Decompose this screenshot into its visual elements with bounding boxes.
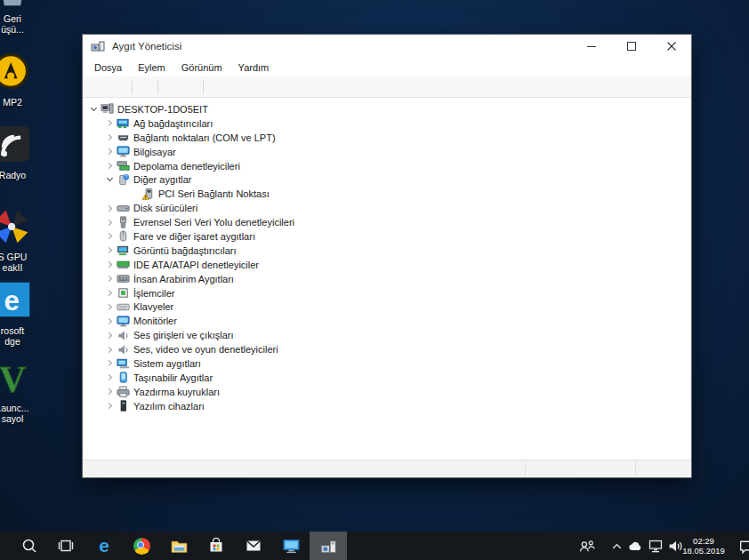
task-view-icon xyxy=(58,537,76,555)
window-content: DESKTOP-1DO5EITAğ bağdaştırıcılarıBağlan… xyxy=(83,99,691,460)
taskbar-chrome-button[interactable] xyxy=(123,532,160,560)
tree-item-yaz-l-m-cihazlar[interactable]: Yazılım cihazları xyxy=(83,399,691,413)
tray-action-center-button[interactable] xyxy=(736,532,749,560)
tree-item-bilgisayar[interactable]: Bilgisayar xyxy=(83,145,691,159)
scan-hardware-button[interactable] xyxy=(206,78,226,96)
chevron-right-icon[interactable] xyxy=(102,220,117,225)
chevron-right-icon[interactable] xyxy=(102,276,117,281)
radio-icon xyxy=(0,124,32,164)
chevron-right-icon[interactable] xyxy=(102,361,117,365)
taskbar-device-manager-button[interactable] xyxy=(310,532,347,560)
tree-item-label: DESKTOP-1DO5EIT xyxy=(117,104,208,115)
pc-monitor-icon xyxy=(282,537,301,556)
folder-icon xyxy=(170,537,189,556)
taskbar-store-button[interactable] xyxy=(197,532,235,560)
chevron-right-icon[interactable] xyxy=(102,319,117,324)
menu-bar: DosyaEylemGörünümYardım xyxy=(83,58,691,76)
tree-item-a-ba-da-t-r-c-lar[interactable]: Ağ bağdaştırıcıları xyxy=(83,116,691,131)
chevron-right-icon[interactable] xyxy=(102,291,117,295)
taskbar-file-explorer-button[interactable] xyxy=(160,532,197,560)
desktop-icon-recycle-bin[interactable]: Geriüşü... xyxy=(0,0,44,35)
desktop-icon-gpu-tweak[interactable]: S GPUeakII xyxy=(0,206,44,273)
maximize-icon xyxy=(627,42,636,51)
tree-item-desktop-1do5eit[interactable]: DESKTOP-1DO5EIT xyxy=(83,102,691,116)
chevron-right-icon[interactable] xyxy=(102,375,117,380)
tree-item-ses-video-ve-oyun-denetleyicileri[interactable]: Ses, video ve oyun denetleyicileri xyxy=(83,342,691,356)
maximize-button[interactable] xyxy=(611,35,651,58)
tray-people-button[interactable] xyxy=(576,532,596,560)
taskbar-clock[interactable]: 02:29 18.05.2019 xyxy=(678,532,729,560)
status-separator xyxy=(635,462,636,476)
desktop-icon-v-launcher[interactable]: VLaunc...sayol xyxy=(0,357,44,424)
minimize-button[interactable] xyxy=(571,35,611,58)
tree-item-i-nsan-arabirim-ayg-tlar[interactable]: İnsan Arabirim Aygıtları xyxy=(83,272,691,286)
taskbar-task-view-button[interactable] xyxy=(48,532,85,560)
tree-item-ses-giri-leri-ve-k-lar[interactable]: Ses girişleri ve çıkışları xyxy=(83,328,691,342)
chevron-right-icon[interactable] xyxy=(102,262,117,267)
chevron-right-icon[interactable] xyxy=(102,389,117,394)
chevron-right-icon[interactable] xyxy=(102,333,117,338)
help-button[interactable]: ? xyxy=(161,78,181,96)
taskbar-search-button[interactable] xyxy=(11,532,48,560)
computer-icon xyxy=(101,102,114,116)
forward-arrow-button[interactable] xyxy=(109,78,129,96)
desktop-icon-microsoft-edge[interactable]: erosoftdge xyxy=(0,280,44,347)
warning-device-icon xyxy=(141,188,155,201)
console-tree-button[interactable] xyxy=(135,78,155,96)
taskbar-mail-button[interactable] xyxy=(235,532,272,560)
chevron-right-icon[interactable] xyxy=(102,149,117,154)
tree-item-ta-nabilir-ayg-tlar[interactable]: Taşınabilir Aygıtlar xyxy=(83,371,691,385)
tray-network-button[interactable] xyxy=(646,532,665,560)
tree-item-label: Yazılım cihazları xyxy=(133,401,205,412)
properties-window-button[interactable] xyxy=(181,78,200,96)
tree-item-ba-lant-noktalar-com-ve-lpt[interactable]: Bağlantı noktaları (COM ve LPT) xyxy=(83,131,691,145)
chevron-right-icon[interactable] xyxy=(102,348,117,352)
chevron-down-icon[interactable] xyxy=(86,108,101,110)
toolbar-separator xyxy=(132,80,133,94)
tree-item-sistem-ayg-tlar[interactable]: Sistem aygıtları xyxy=(83,356,691,371)
close-button[interactable] xyxy=(651,35,691,58)
tree-item-fare-ve-di-er-i-aret-ayg-tlar[interactable]: Fare ve diğer işaret aygıtları xyxy=(83,229,691,244)
tree-item-g-r-nt-ba-da-t-r-c-lar[interactable]: Görüntü bağdaştırıcıları xyxy=(83,244,691,258)
taskbar-edge-button[interactable]: e xyxy=(85,532,123,560)
tree-item-label: Depolama denetleyicileri xyxy=(133,161,240,172)
chevron-right-icon[interactable] xyxy=(102,248,117,252)
chevron-right-icon[interactable] xyxy=(102,404,117,408)
people-icon xyxy=(578,539,595,554)
chevron-right-icon[interactable] xyxy=(102,305,117,309)
tree-item-evrensel-seri-veri-yolu-denetleyicileri[interactable]: Evrensel Seri Veri Yolu denetleyicileri xyxy=(83,215,691,229)
tree-item-label: Diğer aygıtlar xyxy=(133,174,191,185)
chevron-right-icon[interactable] xyxy=(102,234,117,238)
chevron-down-icon[interactable] xyxy=(102,179,117,180)
tree-item-ide-ata-atapi-denetleyiciler[interactable]: IDE ATA/ATAPI denetleyiciler xyxy=(83,258,691,272)
tree-item-di-er-ayg-tlar[interactable]: ?Diğer aygıtlar xyxy=(83,172,691,187)
tree-item-label: Görüntü bağdaştırıcıları xyxy=(133,245,237,256)
tree-item-klavyeler[interactable]: Klavyeler xyxy=(83,300,691,314)
title-bar[interactable]: Aygıt Yöneticisi xyxy=(83,35,691,58)
tree-item-disk-s-r-c-leri[interactable]: Disk sürücüleri xyxy=(83,201,691,215)
chevron-right-icon[interactable] xyxy=(102,164,117,168)
tree-item-depolama-denetleyicileri[interactable]: Depolama denetleyicileri xyxy=(83,159,691,173)
chevron-right-icon[interactable] xyxy=(102,121,117,125)
disk-drive-icon xyxy=(117,202,130,215)
tree-item-i-lemciler[interactable]: İşlemciler xyxy=(83,286,691,300)
tray-onedrive-button[interactable] xyxy=(626,532,646,560)
tree-item-pci-seri-ba-lant-noktas[interactable]: PCI Seri Bağlantı Noktası xyxy=(83,187,691,201)
device-manager-icon xyxy=(91,39,105,53)
menu-dosya[interactable]: Dosya xyxy=(86,60,130,76)
desktop-icon-aimp2[interactable]: MP2 xyxy=(0,52,44,108)
tray-show-hidden-button[interactable] xyxy=(607,532,626,560)
menu-eylem[interactable]: Eylem xyxy=(130,60,173,76)
menu-yard-m[interactable]: Yardım xyxy=(230,60,278,76)
chevron-right-icon[interactable] xyxy=(102,135,117,140)
desktop-icon-radyo[interactable]: Radyo xyxy=(0,124,44,180)
chevron-right-icon[interactable] xyxy=(102,206,117,211)
back-arrow-button[interactable] xyxy=(90,78,109,96)
tree-item-label: İnsan Arabirim Aygıtları xyxy=(133,274,234,284)
taskbar-this-pc-button[interactable] xyxy=(272,532,310,560)
tree-item-yazd-rma-kuyruklar[interactable]: Yazdırma kuyrukları xyxy=(83,385,691,399)
menu-g-r-n-m[interactable]: Görünüm xyxy=(173,60,230,76)
tree-item-monit-rler[interactable]: Monitörler xyxy=(83,314,691,328)
device-manager-icon xyxy=(319,537,338,556)
edge-e-icon: e xyxy=(94,536,114,556)
